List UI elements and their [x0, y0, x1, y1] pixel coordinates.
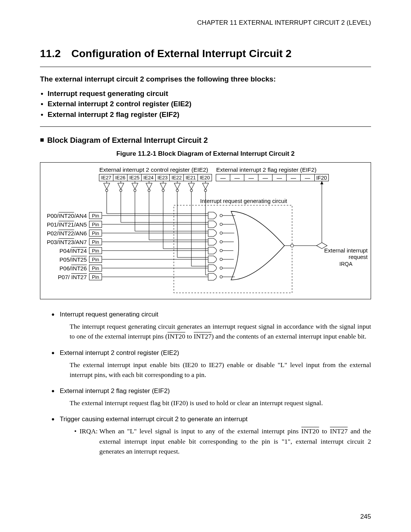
subsection-title: ■Block Diagram of External Interrupt Cir…: [40, 136, 371, 145]
bit-cell: IE27: [99, 174, 113, 181]
body-item-head: External interrupt 2 flag register (EIF2…: [51, 387, 371, 395]
pin-label: P07/ INT27: [41, 274, 87, 280]
pin-label: P00/INT20/AN4: [41, 212, 87, 219]
eie2-bits: IE27 IE26 IE25 IE24 IE23 IE22 IE21 IE20: [99, 174, 212, 181]
svg-point-58: [204, 189, 207, 192]
pin-box: Pin: [89, 265, 102, 272]
bit-cell: IE25: [127, 174, 142, 181]
svg-point-12: [220, 267, 222, 269]
bit-cell: —: [300, 174, 315, 181]
bit-cell: —: [244, 174, 258, 181]
irq-gen-label: Interrupt request generating circuit: [200, 198, 287, 204]
pin-label: P05/INT25: [41, 256, 87, 263]
section-number: 11.2: [40, 48, 61, 59]
pin-row: P06/INT26 Pin: [41, 265, 102, 272]
square-bullet-icon: ■: [40, 136, 44, 144]
bit-cell: IE21: [183, 174, 198, 181]
body-item-head: Interrupt request generating circuit: [51, 311, 371, 318]
svg-point-11: [220, 258, 222, 260]
pin-label: P04/INT24: [41, 248, 87, 254]
svg-point-10: [220, 249, 222, 252]
intro-list: Interrupt request generating circuit Ext…: [40, 88, 371, 120]
svg-point-13: [220, 276, 222, 278]
divider: [40, 126, 371, 127]
eif2-label: External interrupt 2 flag register (EIF2…: [216, 166, 317, 173]
svg-point-8: [220, 232, 222, 234]
bit-cell: IE22: [169, 174, 184, 181]
eie2-label: External interrupt 2 control register (E…: [99, 166, 208, 173]
svg-point-2: [291, 244, 294, 247]
intro-item: External interrupt 2 flag register (EIF2…: [40, 109, 371, 120]
pin-label: P02/INT22/AN6: [41, 230, 87, 236]
body-item-text: The interrupt request generating circuit…: [70, 321, 371, 342]
bit-cell: IE24: [141, 174, 156, 181]
bit-cell: IF20: [314, 174, 329, 181]
pin-box: Pin: [89, 230, 102, 236]
irqa-label: IRQA: [339, 261, 352, 267]
pin-label: P06/INT26: [41, 265, 87, 272]
bit-cell: —: [230, 174, 244, 181]
svg-point-6: [220, 214, 222, 217]
pin-row: P03/INT23/AN7 Pin: [41, 238, 102, 245]
svg-marker-5: [320, 181, 323, 184]
svg-rect-0: [174, 205, 292, 293]
body-item-text: The external interrupt request flag bit …: [70, 398, 371, 408]
section-name: Configuration of External Interrupt Circ…: [72, 48, 292, 59]
pin-box: Pin: [89, 273, 102, 280]
figure-caption: Figure 11.2-1 Block Diagram of External …: [40, 150, 371, 158]
page-number: 245: [360, 513, 371, 521]
svg-point-9: [220, 241, 222, 243]
divider: [40, 67, 371, 67]
bit-cell: —: [216, 174, 230, 181]
pin-box: Pin: [89, 238, 102, 245]
intro-lead: The external interrupt circuit 2 compris…: [40, 74, 371, 85]
pin-row: P05/INT25 Pin: [41, 256, 102, 263]
chapter-header: CHAPTER 11 EXTERNAL INTERRUPT CIRCUIT 2 …: [40, 19, 371, 27]
block-diagram: External interrupt 2 control register (E…: [40, 162, 371, 299]
bit-cell: IE26: [113, 174, 127, 181]
pin-box: Pin: [89, 221, 102, 228]
body-item: External interrupt 2 flag register (EIF2…: [51, 387, 371, 408]
body-item: External interrupt 2 control register (E…: [51, 349, 371, 380]
body-list: Interrupt request generating circuit The…: [51, 311, 371, 456]
body-item: Trigger causing external interrupt circu…: [51, 415, 371, 456]
pin-label: P01/INT21/AN5: [41, 221, 87, 228]
svg-point-7: [220, 223, 222, 225]
body-item: Interrupt request generating circuit The…: [51, 311, 371, 342]
eif2-bits: — — — — — — — IF20: [216, 174, 329, 181]
sub-item: • IRQA: When an "L" level signal is inpu…: [74, 426, 371, 456]
pin-box: Pin: [89, 247, 102, 254]
svg-point-38: [134, 189, 136, 192]
bit-cell: —: [272, 174, 287, 181]
sub-list: • IRQA: When an "L" level signal is inpu…: [74, 426, 371, 456]
pin-row: P04/INT24 Pin: [41, 247, 102, 254]
svg-point-42: [148, 189, 150, 192]
pin-box: Pin: [89, 256, 102, 263]
svg-point-50: [176, 189, 178, 192]
svg-point-46: [162, 189, 164, 192]
intro-item: Interrupt request generating circuit: [40, 88, 371, 99]
bit-cell: —: [258, 174, 272, 181]
bit-cell: IE23: [155, 174, 170, 181]
body-item-text: The external interrupt input enable bits…: [70, 360, 371, 380]
svg-point-54: [190, 189, 193, 192]
intro-item: External interrupt 2 control register (E…: [40, 99, 371, 109]
section-title: 11.2Configuration of External Interrupt …: [40, 48, 371, 60]
pin-label: P03/INT23/AN7: [41, 239, 87, 245]
pin-box: Pin: [89, 212, 102, 219]
bit-cell: —: [286, 174, 301, 181]
ext-req-label: External interrupt request: [324, 247, 368, 260]
svg-point-30: [105, 189, 108, 192]
body-item-head: Trigger causing external interrupt circu…: [51, 415, 371, 423]
pin-row: P01/INT21/AN5 Pin: [41, 221, 102, 228]
svg-point-34: [119, 189, 122, 192]
pin-row: P07/ INT27 Pin: [41, 273, 102, 280]
body-item-head: External interrupt 2 control register (E…: [51, 349, 371, 357]
pin-row: P00/INT20/AN4 Pin: [41, 212, 102, 219]
bit-cell: IE20: [198, 174, 212, 181]
pin-row: P02/INT22/AN6 Pin: [41, 230, 102, 236]
